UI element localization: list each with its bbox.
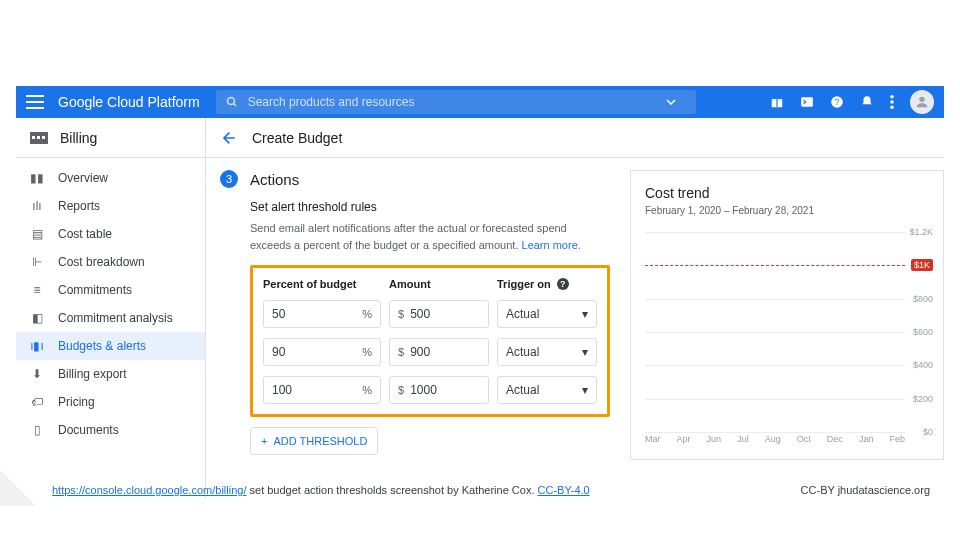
sidebar: Billing ▮▮Overview ılıReports ▤Cost tabl… xyxy=(16,118,206,498)
step-title: Actions xyxy=(250,171,299,188)
section-title: Set alert threshold rules xyxy=(250,200,610,214)
bell-icon[interactable] xyxy=(860,95,874,109)
svg-line-1 xyxy=(233,104,236,107)
x-tick-label: Mar xyxy=(645,434,661,444)
sidebar-item-pricing[interactable]: 🏷Pricing xyxy=(16,388,205,416)
header-trigger: Trigger on? xyxy=(497,278,597,290)
sidebar-item-commitment-analysis[interactable]: ◧Commitment analysis xyxy=(16,304,205,332)
help-icon[interactable]: ? xyxy=(830,95,844,109)
trigger-select[interactable]: Actual▾ xyxy=(497,376,597,404)
y-tick-label: $0 xyxy=(923,427,933,437)
trigger-select[interactable]: Actual▾ xyxy=(497,338,597,366)
x-tick-label: Jan xyxy=(859,434,874,444)
svg-text:?: ? xyxy=(835,98,840,107)
percent-input[interactable]: 90% xyxy=(263,338,381,366)
cost-trend-panel: Cost trend February 1, 2020 – February 2… xyxy=(630,170,944,460)
sidebar-item-cost-table[interactable]: ▤Cost table xyxy=(16,220,205,248)
footer-url[interactable]: https://console.cloud.google.com/billing… xyxy=(52,484,246,496)
x-tick-label: Feb xyxy=(889,434,905,444)
sidebar-header: Billing xyxy=(16,118,205,158)
chevron-down-icon[interactable] xyxy=(666,97,676,107)
y-tick-label: $800 xyxy=(913,294,933,304)
brand-label: Google Cloud Platform xyxy=(58,94,200,110)
main-header: Create Budget xyxy=(206,118,944,158)
chart-title: Cost trend xyxy=(645,185,933,201)
breakdown-icon: ⊩ xyxy=(30,255,44,269)
documents-icon: ▯ xyxy=(30,423,44,437)
header-amount: Amount xyxy=(389,278,489,290)
y-tick-label: $400 xyxy=(913,360,933,370)
learn-more-link[interactable]: Learn more. xyxy=(522,239,581,251)
search-input[interactable]: Search products and resources xyxy=(216,90,696,114)
sidebar-item-commitments[interactable]: ≡Commitments xyxy=(16,276,205,304)
overview-icon: ▮▮ xyxy=(30,171,44,185)
y-tick-label: $200 xyxy=(913,394,933,404)
footer: https://console.cloud.google.com/billing… xyxy=(52,484,930,496)
chevron-down-icon: ▾ xyxy=(582,345,588,359)
amount-input[interactable]: $500 xyxy=(389,300,489,328)
analysis-icon: ◧ xyxy=(30,311,44,325)
x-tick-label: Jun xyxy=(707,434,722,444)
threshold-row: 50%$500Actual▾ xyxy=(263,300,597,328)
percent-input[interactable]: 100% xyxy=(263,376,381,404)
x-axis-labels: MarAprJunJulAugOctDecJanFeb xyxy=(645,434,905,444)
sidebar-item-budgets-alerts[interactable]: ı▮ıBudgets & alerts xyxy=(16,332,205,360)
reports-icon: ılı xyxy=(30,199,44,213)
footer-license[interactable]: CC-BY-4.0 xyxy=(538,484,590,496)
sidebar-item-billing-export[interactable]: ⬇Billing export xyxy=(16,360,205,388)
x-tick-label: Apr xyxy=(677,434,691,444)
y-tick-label: $1.2K xyxy=(909,227,933,237)
gift-icon[interactable] xyxy=(770,95,784,109)
trigger-select[interactable]: Actual▾ xyxy=(497,300,597,328)
svg-point-10 xyxy=(890,106,894,110)
billing-icon xyxy=(30,132,48,144)
chevron-down-icon: ▾ xyxy=(582,307,588,321)
cloud-shell-icon[interactable] xyxy=(800,95,814,109)
page-title: Create Budget xyxy=(252,130,342,146)
x-tick-label: Dec xyxy=(827,434,843,444)
chart-subtitle: February 1, 2020 – February 28, 2021 xyxy=(645,205,933,216)
threshold-row: 100%$1000Actual▾ xyxy=(263,376,597,404)
plus-icon: + xyxy=(261,435,267,447)
percent-input[interactable]: 50% xyxy=(263,300,381,328)
section-desc: Send email alert notifications after the… xyxy=(250,220,610,253)
sidebar-item-cost-breakdown[interactable]: ⊩Cost breakdown xyxy=(16,248,205,276)
svg-rect-5 xyxy=(801,97,813,106)
top-bar: Google Cloud Platform Search products an… xyxy=(16,86,944,118)
budget-label: $1K xyxy=(911,259,933,271)
pricing-icon: 🏷 xyxy=(30,395,44,409)
svg-point-0 xyxy=(227,98,234,105)
main: Create Budget 3 Actions Set alert thresh… xyxy=(206,118,944,498)
amount-input[interactable]: $900 xyxy=(389,338,489,366)
svg-rect-4 xyxy=(776,99,777,107)
svg-point-11 xyxy=(919,97,924,102)
svg-point-9 xyxy=(890,100,894,104)
sidebar-item-overview[interactable]: ▮▮Overview xyxy=(16,164,205,192)
x-tick-label: Jul xyxy=(737,434,749,444)
amount-input[interactable]: $1000 xyxy=(389,376,489,404)
threshold-row: 90%$900Actual▾ xyxy=(263,338,597,366)
chevron-down-icon: ▾ xyxy=(582,383,588,397)
threshold-box: Percent of budget Amount Trigger on? 50%… xyxy=(250,265,610,417)
budgets-icon: ı▮ı xyxy=(30,339,44,353)
header-percent: Percent of budget xyxy=(263,278,381,290)
sidebar-item-documents[interactable]: ▯Documents xyxy=(16,416,205,444)
top-icons: ? xyxy=(770,90,934,114)
avatar[interactable] xyxy=(910,90,934,114)
svg-point-8 xyxy=(890,95,894,99)
back-arrow-icon[interactable] xyxy=(220,130,236,146)
commitments-icon: ≡ xyxy=(30,283,44,297)
y-tick-label: $600 xyxy=(913,327,933,337)
menu-icon[interactable] xyxy=(26,95,44,109)
sidebar-item-reports[interactable]: ılıReports xyxy=(16,192,205,220)
table-icon: ▤ xyxy=(30,227,44,241)
chart-area: MarAprJunJulAugOctDecJanFeb $0$200$400$6… xyxy=(645,232,933,442)
x-tick-label: Aug xyxy=(765,434,781,444)
more-icon[interactable] xyxy=(890,95,894,109)
x-tick-label: Oct xyxy=(797,434,811,444)
add-threshold-button[interactable]: + ADD THRESHOLD xyxy=(250,427,378,455)
footer-attribution: CC-BY jhudatascience.org xyxy=(801,484,930,496)
corner-fold xyxy=(0,462,44,506)
step-header: 3 Actions xyxy=(220,170,610,188)
help-icon[interactable]: ? xyxy=(557,278,569,290)
